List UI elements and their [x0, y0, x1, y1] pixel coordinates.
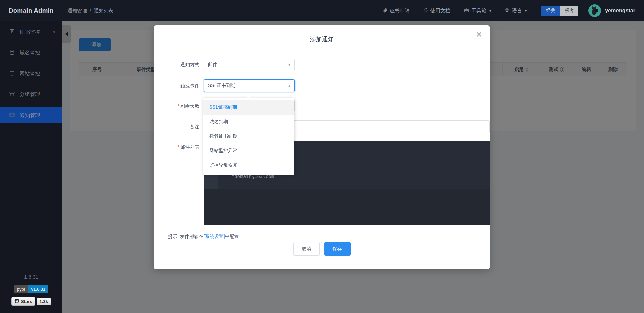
required-asterisk: * — [178, 144, 179, 150]
nav-language-label: 语言 — [512, 8, 522, 14]
stars-count: 1.3k — [37, 298, 51, 305]
trigger-event-select[interactable]: SSL证书到期 ▴ — [204, 79, 295, 92]
notify-method-select[interactable]: 邮件 ▾ — [204, 59, 295, 71]
breadcrumb: 通知管理 / 通知列表 — [67, 8, 113, 14]
field-label-email-list: *邮件列表 — [154, 141, 199, 225]
breadcrumb-separator: / — [90, 8, 91, 14]
map-pin-icon — [505, 8, 509, 14]
modal-title: 添加通知 — [154, 35, 490, 43]
dropdown-option-site-monitor-error[interactable]: 网站监控异常 — [203, 143, 294, 158]
sidebar-item-label: 分组管理 — [20, 91, 40, 98]
app-version: 1.6.31 — [0, 274, 62, 280]
nav-toolbox-label: 工具箱 — [471, 8, 486, 14]
sidebar-item-label: 证书监控 — [20, 29, 40, 35]
sidebar-item-group-manage[interactable]: 分组管理 — [0, 86, 62, 102]
dropdown-option-hosted-cert-expire[interactable]: 托管证书到期 — [203, 129, 294, 143]
github-stars-badge[interactable]: Stars 1.3k — [11, 297, 51, 306]
github-icon — [14, 298, 19, 304]
required-asterisk: * — [178, 103, 179, 109]
app-title: Domain Admin — [9, 7, 53, 14]
chevron-down-icon: ▾ — [288, 62, 290, 67]
chevron-up-icon: ▴ — [288, 83, 290, 88]
pypi-badge-version: v1.6.31 — [28, 285, 49, 293]
sidebar-item-label: 域名监控 — [20, 50, 40, 56]
sidebar: 证书监控 ▾ 域名监控 网站监控 分组管理 通知管理 1.6.31 pypi v… — [0, 21, 62, 313]
chevron-down-icon: ▾ — [525, 9, 527, 13]
add-notification-modal: 添加通知 ✕ 通知方式 邮件 ▾ 触发事件 SSL证书到期 ▴ *剩余天数 备注 — [154, 25, 490, 269]
nav-cert-apply-link[interactable]: 证书申请 — [383, 8, 410, 14]
sidebar-item-domain-monitor[interactable]: 域名监控 — [0, 45, 62, 61]
avatar[interactable] — [588, 4, 601, 17]
certificate-document-icon — [9, 29, 15, 36]
breadcrumb-section[interactable]: 通知管理 — [67, 8, 87, 14]
toolbox-icon — [464, 8, 469, 14]
dropdown-option-monitor-recover[interactable]: 监控异常恢复 — [203, 158, 294, 172]
nav-docs-link[interactable]: 使用文档 — [423, 8, 450, 14]
paperclip-icon — [383, 8, 387, 14]
sidebar-item-website-monitor[interactable]: 网站监控 — [0, 65, 62, 82]
trigger-event-value: SSL证书到期 — [208, 83, 235, 89]
top-navbar: Domain Admin 通知管理 / 通知列表 证书申请 使用文档 工具箱 ▾… — [0, 0, 644, 21]
database-icon — [9, 49, 15, 56]
notify-method-value: 邮件 — [208, 62, 217, 68]
pypi-version-badge[interactable]: pypi v1.6.31 — [14, 285, 49, 293]
nav-docs-label: 使用文档 — [430, 8, 450, 14]
editor-code-line: ] — [220, 180, 277, 187]
website-monitor-icon — [9, 70, 15, 77]
field-label-remaining-days: *剩余天数 — [154, 100, 199, 112]
sidebar-item-label: 网站监控 — [20, 71, 40, 77]
nav-toolbox-menu[interactable]: 工具箱 ▾ — [464, 8, 491, 14]
field-label-notify-method: 通知方式 — [154, 59, 199, 71]
field-label-trigger-event: 触发事件 — [154, 79, 199, 92]
sender-email-hint: 提示: 发件邮箱在[系统设置]中配置 — [154, 234, 490, 240]
mail-icon — [9, 112, 15, 119]
username[interactable]: yemengstar — [605, 8, 635, 14]
sidebar-item-label: 通知管理 — [20, 112, 40, 119]
field-label-remark: 备注 — [154, 120, 199, 133]
paperclip-icon — [423, 8, 428, 14]
sidebar-item-cert-monitor[interactable]: 证书监控 ▾ — [0, 24, 62, 40]
breadcrumb-page: 通知列表 — [94, 8, 113, 14]
chevron-down-icon: ▾ — [489, 9, 491, 13]
theme-geek-button[interactable]: 极客 — [560, 6, 578, 16]
nav-language-menu[interactable]: 语言 ▾ — [505, 8, 527, 14]
group-archive-icon — [9, 91, 15, 98]
save-button[interactable]: 保存 — [324, 242, 351, 256]
theme-toggle: 经典 极客 — [541, 6, 578, 16]
theme-classic-button[interactable]: 经典 — [541, 6, 560, 16]
system-settings-link[interactable]: [系统设置] — [204, 234, 225, 239]
dropdown-option-domain-expire[interactable]: 域名到期 — [203, 115, 294, 129]
pypi-badge-label: pypi — [14, 285, 28, 293]
chevron-down-icon: ▾ — [53, 30, 55, 34]
nav-cert-apply-label: 证书申请 — [390, 8, 410, 14]
cancel-button[interactable]: 取消 — [293, 242, 320, 256]
trigger-event-dropdown: SSL证书到期 域名到期 托管证书到期 网站监控异常 监控异常恢复 — [203, 98, 294, 175]
dropdown-option-ssl-expire[interactable]: SSL证书到期 — [203, 100, 294, 115]
sidebar-item-notify-manage[interactable]: 通知管理 — [0, 107, 62, 123]
stars-label: Stars — [21, 299, 32, 304]
close-icon[interactable]: ✕ — [476, 31, 482, 39]
